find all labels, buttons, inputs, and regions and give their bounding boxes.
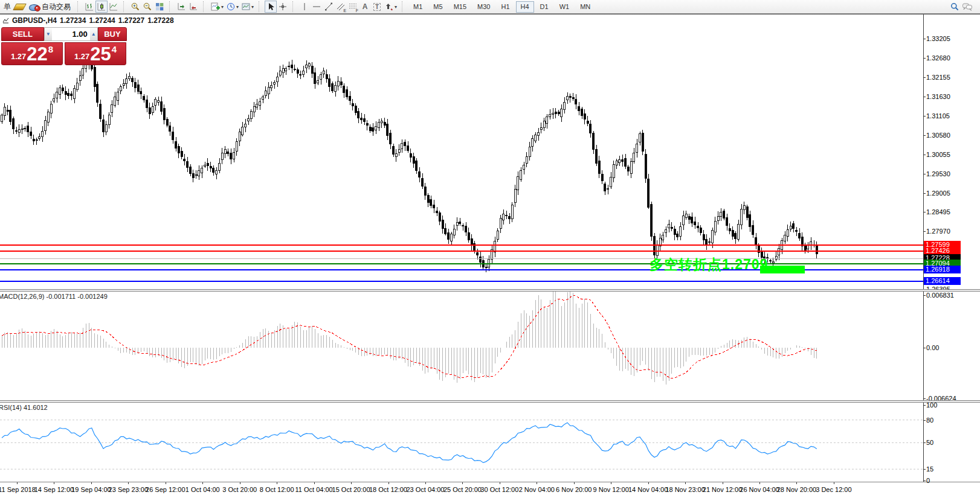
- sell-button[interactable]: SELL: [1, 27, 44, 41]
- timeframe-H4[interactable]: H4: [516, 1, 534, 13]
- sell-price-main: 22: [27, 46, 47, 63]
- toolbar-separator: [259, 1, 262, 12]
- cursor-button[interactable]: [265, 1, 277, 13]
- time-axis-tick: [314, 482, 315, 484]
- macd-label: MACD(12,26,9) -0.001711 -0.001249: [0, 293, 108, 300]
- horizontal-line-icon: [312, 2, 321, 11]
- time-axis-tick: [202, 482, 203, 484]
- time-axis-tick: [388, 482, 389, 484]
- equidistant-channel-button[interactable]: E: [335, 1, 347, 13]
- new-chart-icon: [210, 2, 221, 11]
- autotrading-icon: [29, 3, 39, 11]
- chart-title: GBPUSD-,H4 1.27234 1.27244 1.27227 1.272…: [2, 16, 174, 25]
- vertical-line-button[interactable]: [298, 1, 311, 13]
- trendline-button[interactable]: [323, 1, 335, 13]
- cursor-icon: [266, 2, 276, 11]
- autotrading-button[interactable]: 自动交易: [26, 1, 74, 13]
- periods-button[interactable]: ▾: [225, 1, 240, 13]
- price-tick-label: 1.30580: [926, 132, 950, 139]
- timeframe-M30[interactable]: M30: [472, 1, 495, 13]
- time-axis-label: 14 Nov 04:00: [628, 486, 668, 493]
- time-axis-label: 3 Dec 12:00: [816, 486, 851, 493]
- rsi-axis-label: 0: [926, 477, 930, 484]
- zoom-out-button[interactable]: [141, 1, 153, 13]
- vertical-line-icon: [300, 2, 309, 11]
- chart-shift-button[interactable]: [175, 1, 187, 13]
- volume-control: ▼ ▲: [44, 27, 98, 41]
- rsi-pane[interactable]: [0, 403, 923, 482]
- buy-button[interactable]: BUY: [98, 27, 127, 41]
- tile-windows-icon: [155, 2, 164, 11]
- time-axis-label: 3 Oct 20:00: [222, 486, 257, 493]
- text-button[interactable]: A: [359, 1, 371, 13]
- gold-bar-button[interactable]: [13, 1, 26, 13]
- volume-input[interactable]: [52, 28, 90, 40]
- time-axis-tick: [685, 482, 686, 484]
- template-icon: [241, 2, 251, 11]
- timeframe-MN[interactable]: MN: [575, 1, 595, 13]
- gold-bar-icon: [13, 4, 27, 10]
- pane-divider[interactable]: [0, 400, 980, 403]
- time-axis-tick: [91, 482, 92, 484]
- time-axis-tick: [425, 482, 426, 484]
- time-axis-label: 1 Oct 04:00: [185, 486, 220, 493]
- price-chart-pane[interactable]: [0, 14, 923, 289]
- chat-button[interactable]: [961, 1, 974, 13]
- bar-chart-button[interactable]: [83, 1, 95, 13]
- time-axis-tick: [537, 482, 537, 484]
- macd-axis-label: 0.006831: [926, 292, 954, 299]
- volume-decrease-button[interactable]: ▼: [45, 28, 52, 40]
- text-label-button[interactable]: T: [371, 1, 383, 13]
- toolbar-separator: [203, 1, 207, 12]
- bar-chart-icon: [85, 2, 94, 11]
- time-axis-tick: [796, 482, 797, 484]
- search-button[interactable]: [949, 1, 961, 13]
- price-level-badge: 1.26918: [924, 266, 961, 273]
- price-tick-label: 1.31630: [926, 93, 950, 100]
- horizontal-line-button[interactable]: [311, 1, 323, 13]
- auto-scroll-button[interactable]: [187, 1, 199, 13]
- symbol-period: GBPUSD-,H4: [12, 16, 57, 25]
- rsi-axis-label: 15: [926, 465, 933, 473]
- timeframe-M15[interactable]: M15: [449, 1, 471, 13]
- pane-divider[interactable]: [0, 289, 980, 292]
- trendline-icon: [324, 2, 334, 11]
- line-chart-icon: [109, 2, 118, 11]
- ohlc-close: 1.27228: [147, 16, 173, 25]
- toolbar-separator: [77, 1, 81, 12]
- toolbar-separator: [292, 1, 296, 12]
- chevron-down-icon: ▾: [236, 4, 239, 10]
- new-chart-button[interactable]: ▾: [209, 1, 225, 13]
- templates-button[interactable]: ▾: [240, 1, 255, 13]
- timeframe-W1[interactable]: W1: [555, 1, 575, 13]
- channel-glyph: E: [343, 8, 346, 13]
- line-chart-button[interactable]: [108, 1, 120, 13]
- chevron-down-icon: ▾: [395, 4, 397, 10]
- time-axis-label: 18 Nov 23:00: [665, 486, 704, 493]
- tile-windows-button[interactable]: [153, 1, 166, 13]
- macd-pane[interactable]: [0, 292, 923, 400]
- fibonacci-button[interactable]: F: [347, 1, 359, 13]
- timeframe-H1[interactable]: H1: [496, 1, 514, 13]
- timeframe-M5[interactable]: M5: [428, 1, 447, 13]
- new-order-button[interactable]: 单: [1, 1, 13, 13]
- time-axis-label: 6 Nov 20:00: [556, 486, 592, 493]
- buy-price-button[interactable]: 1.27 25 4: [65, 42, 126, 65]
- arrows-button[interactable]: ▾: [383, 1, 398, 13]
- volume-increase-button[interactable]: ▲: [90, 28, 97, 40]
- time-axis-tick: [834, 482, 834, 484]
- clock-icon: [226, 2, 236, 11]
- crosshair-button[interactable]: [277, 1, 289, 13]
- candlestick-button[interactable]: [95, 1, 108, 13]
- zoom-in-icon: [131, 2, 140, 11]
- annotation-text[interactable]: 多空转折点1.2709: [650, 255, 768, 274]
- zoom-in-button[interactable]: [129, 1, 141, 13]
- sell-price-button[interactable]: 1.27 22 8: [1, 42, 63, 65]
- time-axis-label: 19 Sep 04:00: [71, 486, 111, 493]
- timeframe-M1[interactable]: M1: [408, 1, 427, 13]
- time-axis-label: 15 Oct 20:00: [332, 486, 370, 493]
- price-tick-label: 1.33205: [926, 35, 950, 42]
- timeframe-D1[interactable]: D1: [535, 1, 553, 13]
- time-axis-tick: [351, 482, 352, 484]
- time-axis-label: 23 Oct 04:00: [406, 486, 444, 493]
